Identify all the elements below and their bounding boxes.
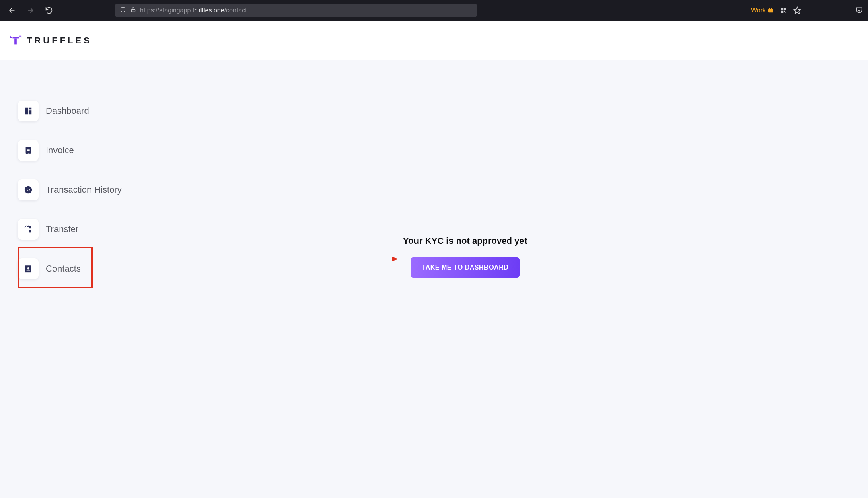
sidebar-item-label: Transaction History bbox=[46, 185, 122, 195]
main-area: Dashboard Invoice Transaction History Tr… bbox=[0, 60, 868, 498]
dashboard-icon bbox=[18, 101, 39, 121]
svg-marker-9 bbox=[794, 7, 801, 14]
svg-rect-4 bbox=[781, 8, 783, 10]
sidebar-item-label: Transfer bbox=[46, 224, 78, 235]
url-domain: truffles.one bbox=[193, 7, 224, 14]
browser-url-bar[interactable]: https://stagingapp.truffles.one/contact bbox=[115, 4, 477, 17]
sidebar-item-transaction-history[interactable]: Transaction History bbox=[18, 179, 152, 200]
svg-rect-7 bbox=[784, 11, 785, 12]
svg-rect-16 bbox=[27, 149, 29, 149]
svg-rect-24 bbox=[25, 272, 31, 272]
sidebar-item-dashboard[interactable]: Dashboard bbox=[18, 101, 152, 121]
svg-rect-10 bbox=[13, 37, 19, 38]
brand-name: TRUFFLES bbox=[27, 35, 92, 46]
svg-rect-5 bbox=[784, 8, 786, 10]
contacts-icon bbox=[18, 258, 39, 279]
shield-icon bbox=[120, 6, 126, 14]
sidebar-item-label: Dashboard bbox=[46, 106, 89, 116]
browser-right-icons: Work bbox=[751, 6, 863, 14]
svg-rect-17 bbox=[27, 150, 29, 151]
svg-marker-26 bbox=[392, 257, 398, 261]
svg-rect-8 bbox=[786, 12, 786, 13]
svg-rect-12 bbox=[25, 108, 28, 111]
svg-rect-13 bbox=[29, 108, 31, 110]
svg-point-18 bbox=[25, 186, 32, 193]
browser-nav bbox=[7, 6, 54, 15]
svg-rect-3 bbox=[768, 9, 773, 13]
svg-rect-20 bbox=[29, 230, 31, 233]
svg-rect-2 bbox=[131, 9, 135, 12]
browser-forward-button[interactable] bbox=[26, 6, 35, 15]
svg-rect-15 bbox=[25, 111, 28, 114]
sidebar-item-contacts[interactable]: Contacts bbox=[18, 258, 152, 279]
browser-container-tag[interactable]: Work bbox=[751, 7, 774, 14]
sidebar-item-transfer[interactable]: Transfer bbox=[18, 219, 152, 240]
brand-logo[interactable]: TRUFFLES bbox=[10, 35, 92, 47]
sidebar-item-label: Invoice bbox=[46, 145, 74, 156]
briefcase-icon bbox=[767, 7, 774, 14]
browser-back-button[interactable] bbox=[7, 6, 17, 15]
sidebar-item-invoice[interactable]: Invoice bbox=[18, 140, 152, 161]
sidebar: Dashboard Invoice Transaction History Tr… bbox=[0, 60, 152, 498]
pocket-icon[interactable] bbox=[855, 6, 863, 14]
invoice-icon bbox=[18, 140, 39, 161]
work-label: Work bbox=[751, 7, 766, 14]
app-header: TRUFFLES bbox=[0, 21, 868, 60]
qr-icon[interactable] bbox=[780, 6, 788, 14]
browser-url-text: https://stagingapp.truffles.one/contact bbox=[140, 7, 247, 14]
content-area: Your KYC is not approved yet TAKE ME TO … bbox=[152, 60, 868, 498]
take-me-to-dashboard-button[interactable]: TAKE ME TO DASHBOARD bbox=[411, 257, 520, 278]
svg-rect-14 bbox=[29, 110, 31, 114]
lock-icon bbox=[130, 7, 136, 14]
bookmark-star-icon[interactable] bbox=[793, 6, 801, 14]
transfer-icon bbox=[18, 219, 39, 240]
sidebar-item-label: Contacts bbox=[46, 263, 81, 274]
svg-rect-19 bbox=[29, 226, 31, 229]
kyc-message: Your KYC is not approved yet bbox=[403, 236, 527, 246]
browser-reload-button[interactable] bbox=[44, 6, 54, 15]
svg-rect-11 bbox=[14, 38, 17, 44]
browser-bar: https://stagingapp.truffles.one/contact … bbox=[0, 0, 868, 21]
kyc-block: Your KYC is not approved yet TAKE ME TO … bbox=[403, 236, 527, 278]
url-path: /contact bbox=[224, 7, 247, 14]
brand-mark-icon bbox=[10, 35, 22, 47]
svg-rect-23 bbox=[25, 265, 31, 266]
svg-point-22 bbox=[27, 267, 29, 269]
transaction-history-icon bbox=[18, 179, 39, 200]
svg-rect-6 bbox=[781, 11, 783, 13]
url-scheme: https://stagingapp. bbox=[140, 7, 193, 14]
